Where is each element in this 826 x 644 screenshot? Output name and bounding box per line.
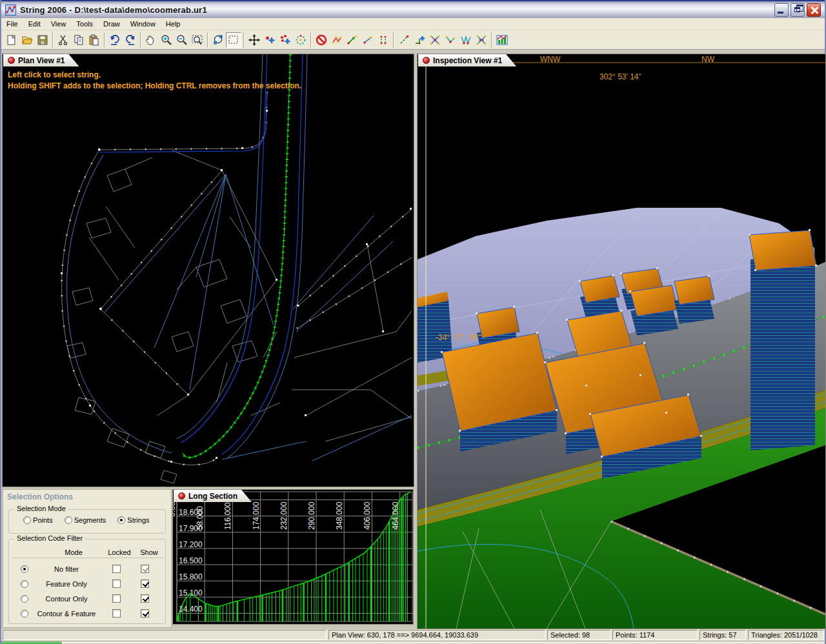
vertex-markers <box>61 110 412 463</box>
move-icon[interactable] <box>247 32 262 48</box>
radio-strings[interactable]: Strings <box>117 516 149 524</box>
minimize-button[interactable] <box>774 3 789 17</box>
filter-radio-no-filter[interactable] <box>21 565 28 573</box>
menu-view[interactable]: View <box>46 19 72 29</box>
selection-mode-group: Selection Mode Points Segments Strings <box>8 509 166 534</box>
paste-icon[interactable] <box>86 32 102 48</box>
view-sphere-icon <box>178 492 185 499</box>
menu-tools[interactable]: Tools <box>71 19 98 29</box>
selected-string[interactable] <box>183 54 290 458</box>
add-point-icon[interactable] <box>262 32 277 48</box>
draw-arrow-string-icon[interactable] <box>345 32 360 48</box>
radio-points-circle[interactable] <box>23 516 31 524</box>
locked-checkbox[interactable] <box>112 609 121 618</box>
plan-view-canvas[interactable] <box>3 54 414 487</box>
locked-checkbox[interactable] <box>112 594 121 603</box>
draw-line-icon[interactable] <box>360 32 376 48</box>
parallel-strings-icon[interactable] <box>376 32 391 48</box>
show-checkbox[interactable] <box>141 594 149 603</box>
redo-icon[interactable] <box>123 32 138 48</box>
zoom-extents-icon[interactable] <box>210 32 226 48</box>
filter-radio-contour-only[interactable] <box>21 595 28 603</box>
new-icon[interactable] <box>4 32 19 48</box>
show-checkbox[interactable] <box>141 579 149 588</box>
column-show: Show <box>136 548 163 556</box>
plan-view-window[interactable]: Plan View #1 Left click to select string… <box>2 54 414 487</box>
status-points: Points: 1174 <box>612 630 698 640</box>
menu-help[interactable]: Help <box>161 19 186 29</box>
window-title: String 2006 - D:\test-data\demo\coomerab… <box>20 5 207 15</box>
split-string-icon[interactable] <box>443 32 458 48</box>
menu-draw[interactable]: Draw <box>98 19 125 29</box>
draw-string-icon[interactable] <box>329 32 345 48</box>
filter-label: Contour & Feature <box>28 610 105 618</box>
zoom-out-icon[interactable] <box>174 32 190 48</box>
elevation-label: -34° -27' -39" <box>436 333 481 342</box>
hint-line-2: Holding SHIFT adds to the selection; Hol… <box>8 81 301 92</box>
start-button[interactable] <box>1 641 62 644</box>
radio-points[interactable]: Points <box>23 516 53 524</box>
locked-checkbox[interactable] <box>112 565 121 573</box>
radio-segments[interactable]: Segments <box>65 516 106 524</box>
svg-text:464.000: 464.000 <box>391 501 400 530</box>
open-icon[interactable] <box>19 32 35 48</box>
save-icon[interactable] <box>35 32 50 48</box>
radio-segments-circle[interactable] <box>65 516 72 524</box>
radio-strings-circle[interactable] <box>117 516 125 524</box>
radio-segments-label: Segments <box>74 516 106 524</box>
toolbar-separator <box>310 32 312 48</box>
inspection-view-tab[interactable]: Inspection View #1 <box>418 54 516 66</box>
svg-text:174.000: 174.000 <box>252 501 261 530</box>
cross-strings-icon[interactable] <box>427 32 443 48</box>
undo-icon[interactable] <box>107 32 123 48</box>
compass-label-nw: NW <box>701 55 714 64</box>
weave-strings-icon[interactable] <box>458 32 474 48</box>
break-strings-icon[interactable] <box>474 32 489 48</box>
svg-text:15.800: 15.800 <box>179 572 203 581</box>
cut-icon[interactable] <box>55 32 71 48</box>
locked-checkbox[interactable] <box>112 579 121 588</box>
toolbar-separator <box>140 32 141 48</box>
taskbar <box>1 641 825 644</box>
copy-icon[interactable] <box>71 32 86 48</box>
inspection-view-window[interactable]: Inspection View #1 <box>417 54 826 629</box>
join-strings-icon[interactable] <box>412 32 427 48</box>
plan-view-tab[interactable]: Plan View #1 <box>3 54 79 66</box>
inspection-view-tab-label: Inspection View #1 <box>433 56 502 65</box>
svg-text:116.000: 116.000 <box>223 502 232 530</box>
status-plan-view: Plan View: 630, 178 ==> 9694.664, 19033.… <box>328 630 545 640</box>
segment-string-icon[interactable] <box>396 32 412 48</box>
long-section-chart[interactable]: 19.30018.60017.90017.20016.50015.80015.1… <box>173 490 413 624</box>
long-section-icon[interactable] <box>494 32 510 48</box>
filter-radio-contour-feature[interactable] <box>21 610 28 618</box>
pan-icon[interactable] <box>143 32 159 48</box>
status-selected: Selected: 98 <box>547 630 610 640</box>
selected-string-points <box>183 54 290 458</box>
filter-radio-feature-only[interactable] <box>21 580 28 588</box>
filter-row-contour-feature: Contour & Feature <box>9 606 165 621</box>
status-triangles: Triangles: 2051/1028 <box>748 630 823 640</box>
restore-button[interactable] <box>791 3 805 17</box>
long-section-tab[interactable]: Long Section <box>174 490 252 502</box>
show-checkbox[interactable] <box>141 565 149 573</box>
svg-text:290.000: 290.000 <box>307 501 316 530</box>
string-lines-blue <box>67 54 412 461</box>
filter-label: Contour Only <box>28 595 105 603</box>
compass-label-wnw: WNW <box>540 55 560 64</box>
title-bar[interactable]: String 2006 - D:\test-data\demo\coomerab… <box>1 0 825 18</box>
radio-points-label: Points <box>33 516 53 524</box>
long-section-window[interactable]: Long Section 19.30018.60017.90017.20016.… <box>172 489 414 625</box>
toolbar-separator <box>52 32 54 48</box>
zoom-window-icon[interactable] <box>190 32 205 48</box>
menu-file[interactable]: File <box>1 19 23 29</box>
menu-edit[interactable]: Edit <box>23 19 46 29</box>
menu-window[interactable]: Window <box>125 19 161 29</box>
select-rectangle-icon[interactable] <box>226 32 241 48</box>
svg-text:0.00: 0.00 <box>173 501 177 517</box>
zoom-in-icon[interactable] <box>159 32 174 48</box>
select-points-circle-icon[interactable] <box>293 32 308 48</box>
add-points-icon[interactable] <box>277 32 293 48</box>
close-button[interactable] <box>807 3 821 17</box>
delete-selection-icon[interactable] <box>314 32 329 48</box>
show-checkbox[interactable] <box>141 609 149 618</box>
